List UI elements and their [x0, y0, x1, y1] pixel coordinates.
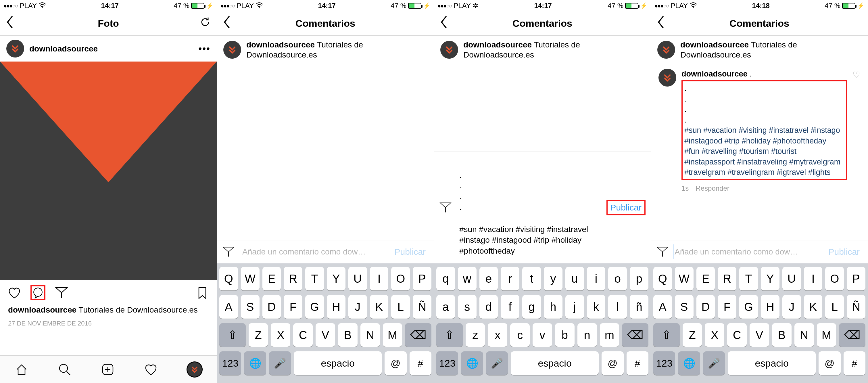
key-j[interactable]: J — [782, 295, 801, 319]
key-y[interactable]: Y — [327, 267, 345, 290]
key-j[interactable]: j — [565, 295, 584, 319]
key-o[interactable]: o — [608, 267, 627, 290]
key-r[interactable]: r — [501, 267, 519, 290]
username[interactable]: downloadsourcee — [246, 40, 315, 49]
comment-hashtags[interactable]: #sun #vacation #visiting #instatravel #i… — [684, 125, 843, 177]
key-w[interactable]: W — [241, 267, 259, 290]
globe-key[interactable]: 🌐 — [461, 351, 483, 375]
comment-button[interactable] — [30, 285, 45, 300]
bookmark-button[interactable] — [195, 285, 210, 300]
key-r[interactable]: R — [718, 267, 736, 290]
key-e[interactable]: e — [479, 267, 498, 290]
comment-input[interactable]: Añade un comentario como dow… — [239, 244, 388, 259]
key-f[interactable]: F — [284, 295, 302, 319]
key-m[interactable]: M — [383, 323, 402, 347]
username[interactable]: downloadsourcee — [680, 40, 749, 49]
numeric-key[interactable]: 123 — [219, 351, 241, 375]
tab-add[interactable] — [100, 362, 115, 377]
numeric-key[interactable]: 123 — [653, 351, 675, 375]
key-k[interactable]: k — [587, 295, 606, 319]
back-button[interactable] — [657, 16, 665, 31]
key-p[interactable]: P — [413, 267, 431, 290]
comment-input[interactable]: . . . . #sun #vacation #visiting #instat… — [456, 156, 602, 259]
key-o[interactable]: O — [825, 267, 844, 290]
back-button[interactable] — [223, 16, 231, 31]
key-r[interactable]: R — [284, 267, 302, 290]
hash-key[interactable]: # — [409, 351, 431, 375]
space-key[interactable]: espacio — [728, 351, 816, 375]
comment-username[interactable]: downloadsourcee — [681, 69, 748, 78]
key-a[interactable]: a — [436, 295, 455, 319]
at-key[interactable]: @ — [384, 351, 406, 375]
back-button[interactable] — [440, 16, 448, 31]
tab-search[interactable] — [57, 362, 72, 377]
shift-key[interactable]: ⇧ — [219, 323, 246, 347]
direct-icon[interactable] — [439, 201, 452, 214]
shift-key[interactable]: ⇧ — [653, 323, 680, 347]
key-u[interactable]: U — [782, 267, 801, 290]
key-t[interactable]: T — [305, 267, 324, 290]
key-e[interactable]: E — [696, 267, 715, 290]
key-u[interactable]: u — [565, 267, 584, 290]
more-button[interactable]: ••• — [198, 43, 210, 54]
back-button[interactable] — [6, 16, 14, 31]
direct-icon[interactable] — [656, 245, 669, 258]
key-ñ[interactable]: Ñ — [847, 295, 865, 319]
publish-button[interactable]: Publicar — [392, 245, 429, 259]
key-b[interactable]: b — [555, 323, 575, 347]
key-i[interactable]: i — [587, 267, 606, 290]
key-b[interactable]: B — [772, 323, 792, 347]
key-e[interactable]: E — [262, 267, 281, 290]
caption-username[interactable]: downloadsourcee — [8, 305, 76, 314]
key-x[interactable]: X — [705, 323, 724, 347]
key-n[interactable]: N — [361, 323, 380, 347]
key-c[interactable]: C — [727, 323, 747, 347]
key-v[interactable]: V — [316, 323, 335, 347]
key-l[interactable]: L — [825, 295, 844, 319]
mic-key[interactable]: 🎤 — [269, 351, 291, 375]
key-t[interactable]: t — [522, 267, 541, 290]
key-a[interactable]: A — [219, 295, 238, 319]
key-a[interactable]: A — [653, 295, 672, 319]
key-s[interactable]: S — [241, 295, 259, 319]
key-l[interactable]: l — [608, 295, 627, 319]
key-i[interactable]: I — [804, 267, 823, 290]
reply-button[interactable]: Responder — [695, 184, 729, 193]
key-j[interactable]: J — [348, 295, 367, 319]
mic-key[interactable]: 🎤 — [703, 351, 725, 375]
keyboard[interactable]: qwertyuiop asdfghjklñ ⇧ zxcvbnm ⌫ 123 🌐 … — [434, 263, 651, 383]
tab-profile[interactable] — [187, 361, 203, 378]
key-t[interactable]: T — [739, 267, 758, 290]
avatar[interactable] — [440, 41, 458, 59]
space-key[interactable]: espacio — [294, 351, 382, 375]
key-u[interactable]: U — [348, 267, 367, 290]
username[interactable]: downloadsourcee — [463, 40, 532, 49]
key-g[interactable]: g — [522, 295, 541, 319]
avatar[interactable] — [658, 69, 676, 87]
at-key[interactable]: @ — [818, 351, 840, 375]
key-w[interactable]: w — [458, 267, 476, 290]
key-y[interactable]: Y — [761, 267, 779, 290]
avatar[interactable] — [657, 41, 675, 59]
key-c[interactable]: c — [510, 323, 530, 347]
hash-key[interactable]: # — [626, 351, 648, 375]
key-i[interactable]: I — [370, 267, 389, 290]
mic-key[interactable]: 🎤 — [486, 351, 508, 375]
key-n[interactable]: N — [795, 323, 814, 347]
backspace-key[interactable]: ⌫ — [622, 323, 648, 347]
post-photo[interactable] — [0, 62, 217, 280]
key-ñ[interactable]: Ñ — [413, 295, 431, 319]
key-p[interactable]: P — [847, 267, 865, 290]
key-g[interactable]: G — [305, 295, 324, 319]
avatar[interactable] — [223, 41, 241, 59]
publish-button[interactable]: Publicar — [826, 245, 863, 259]
username[interactable]: downloadsourcee — [29, 44, 98, 53]
globe-key[interactable]: 🌐 — [244, 351, 266, 375]
key-z[interactable]: Z — [683, 323, 702, 347]
key-ñ[interactable]: ñ — [630, 295, 648, 319]
key-q[interactable]: Q — [653, 267, 672, 290]
key-m[interactable]: M — [817, 323, 836, 347]
keyboard[interactable]: QWERTYUIOP ASDFGHJKLÑ ⇧ ZXCVBNM ⌫ 123 🌐 … — [651, 263, 868, 383]
direct-icon[interactable] — [222, 245, 235, 258]
key-m[interactable]: m — [600, 323, 619, 347]
